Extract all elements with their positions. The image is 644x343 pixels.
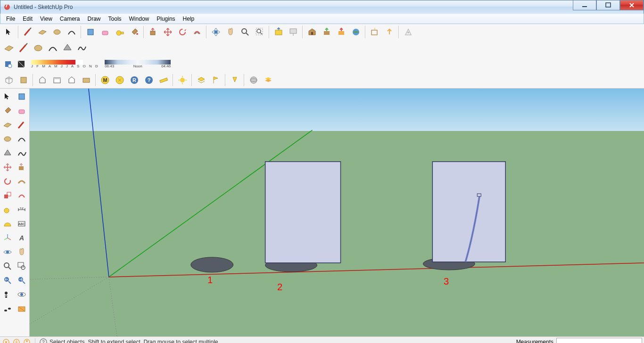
share-component-icon[interactable]	[334, 25, 348, 39]
zoom-tool-icon[interactable]	[238, 25, 252, 39]
month-slider[interactable]: J F M A M J J A S O N D	[31, 60, 99, 68]
marker-icon[interactable]	[228, 73, 242, 87]
eraser-side-icon[interactable]	[15, 104, 29, 118]
text-icon[interactable]: ABC	[15, 217, 29, 231]
menu-window[interactable]: Window	[125, 15, 153, 23]
walk-icon[interactable]	[0, 302, 15, 316]
stack-icon[interactable]	[261, 73, 275, 87]
make-component-side-icon[interactable]	[15, 90, 29, 104]
pencil-icon[interactable]	[17, 41, 31, 55]
zoom-extents-icon[interactable]	[253, 25, 267, 39]
freehand-icon[interactable]	[75, 41, 89, 55]
iso-view-icon[interactable]	[2, 73, 16, 87]
rotate-tool-icon[interactable]	[175, 25, 190, 39]
layout-icon[interactable]	[401, 25, 415, 39]
tape-measure-icon[interactable]	[113, 25, 127, 39]
side-view-icon[interactable]	[50, 73, 64, 87]
menu-help[interactable]: Help	[179, 15, 198, 23]
position-camera-icon[interactable]	[0, 287, 15, 302]
protractor-icon[interactable]	[0, 217, 15, 231]
previous-view-icon[interactable]	[0, 273, 15, 287]
ruler-icon[interactable]	[157, 73, 171, 87]
maximize-button[interactable]	[596, 0, 620, 10]
follow-me-icon[interactable]	[15, 174, 29, 188]
model-viewport[interactable]: 1 2 3	[30, 89, 644, 336]
preview-ge-icon[interactable]	[349, 25, 363, 39]
rotate-side-icon[interactable]	[0, 174, 15, 188]
pan-tool-icon[interactable]	[223, 25, 238, 39]
globe-icon[interactable]	[247, 73, 261, 87]
look-around-icon[interactable]	[15, 287, 29, 302]
menu-camera[interactable]: Camera	[56, 15, 84, 23]
refresh-icon[interactable]: R	[127, 73, 141, 87]
select-tool-icon[interactable]	[2, 25, 16, 39]
upload-component-icon[interactable]	[320, 25, 334, 39]
arc-tool-icon[interactable]	[65, 25, 79, 39]
model-info-icon[interactable]: M	[98, 73, 112, 87]
3d-warehouse-icon[interactable]	[305, 25, 319, 39]
arc-side-icon[interactable]	[15, 132, 29, 146]
arc-icon[interactable]	[46, 41, 60, 55]
get-models-icon[interactable]	[272, 25, 286, 39]
line-tool-icon[interactable]	[21, 25, 35, 39]
circle-icon[interactable]	[31, 41, 45, 55]
menu-view[interactable]: View	[36, 15, 56, 23]
upload-icon[interactable]	[382, 25, 396, 39]
push-pull-icon[interactable]	[146, 25, 160, 39]
flag-icon[interactable]	[209, 73, 223, 87]
orbit-side-icon[interactable]	[0, 245, 15, 259]
shadow-settings-icon[interactable]	[2, 58, 14, 70]
close-button[interactable]	[620, 0, 644, 10]
freehand-side-icon[interactable]	[15, 146, 29, 160]
3d-text-icon[interactable]: A	[15, 231, 29, 245]
menu-file[interactable]: File	[2, 15, 19, 23]
sun-icon[interactable]	[175, 73, 190, 87]
circle-side-icon[interactable]	[0, 132, 15, 146]
move-side-icon[interactable]	[0, 160, 15, 174]
credits-icon[interactable]	[12, 338, 21, 343]
select-icon[interactable]	[0, 90, 15, 104]
polygon-side-icon[interactable]	[0, 146, 15, 160]
shadow-toggle-icon[interactable]	[15, 58, 27, 70]
parallel-view-icon[interactable]	[79, 73, 93, 87]
paint-bucket-side-icon[interactable]	[0, 104, 15, 118]
layers-icon[interactable]	[194, 73, 208, 87]
rectangle-icon[interactable]	[2, 41, 16, 55]
section-plane-icon[interactable]	[15, 302, 29, 316]
geo-location-icon[interactable]	[2, 338, 10, 343]
front-view-icon[interactable]	[35, 73, 50, 87]
circle-tool-icon[interactable]	[50, 25, 64, 39]
help-icon[interactable]: ?	[142, 73, 156, 87]
line-side-icon[interactable]	[15, 118, 29, 132]
menu-plugins[interactable]: Plugins	[153, 15, 179, 23]
back-view-icon[interactable]	[65, 73, 79, 87]
paint-bucket-icon[interactable]	[127, 25, 141, 39]
rectangle-tool-icon[interactable]	[35, 25, 50, 39]
menu-tools[interactable]: Tools	[105, 15, 125, 23]
measurements-input[interactable]	[556, 338, 642, 343]
zoom-side-icon[interactable]	[0, 259, 15, 273]
push-pull-side-icon[interactable]	[15, 160, 29, 174]
axes-icon[interactable]	[0, 231, 15, 245]
offset-tool-icon[interactable]	[190, 25, 204, 39]
menu-edit[interactable]: Edit	[19, 15, 36, 23]
offset-side-icon[interactable]	[15, 188, 29, 203]
rectangle-side-icon[interactable]	[0, 118, 15, 132]
time-slider[interactable]: 06:43 Noon 04:46	[105, 60, 171, 68]
polygon-icon[interactable]	[60, 41, 74, 55]
next-view-icon[interactable]	[15, 273, 29, 287]
claim-icon[interactable]	[23, 338, 31, 343]
pan-side-icon[interactable]	[15, 245, 29, 259]
orbit-tool-icon[interactable]	[209, 25, 223, 39]
extension-warehouse-icon[interactable]	[368, 25, 382, 39]
zoom-window-icon[interactable]	[15, 259, 29, 273]
move-tool-icon[interactable]	[161, 25, 175, 39]
top-view-icon[interactable]	[17, 73, 31, 87]
menu-draw[interactable]: Draw	[84, 15, 105, 23]
entity-info-icon[interactable]	[113, 73, 127, 87]
minimize-button[interactable]	[573, 0, 596, 10]
scale-icon[interactable]	[0, 188, 15, 203]
eraser-tool-icon[interactable]	[98, 25, 112, 39]
dimension-icon[interactable]: x,y	[15, 203, 29, 217]
make-component-icon[interactable]	[83, 25, 98, 39]
